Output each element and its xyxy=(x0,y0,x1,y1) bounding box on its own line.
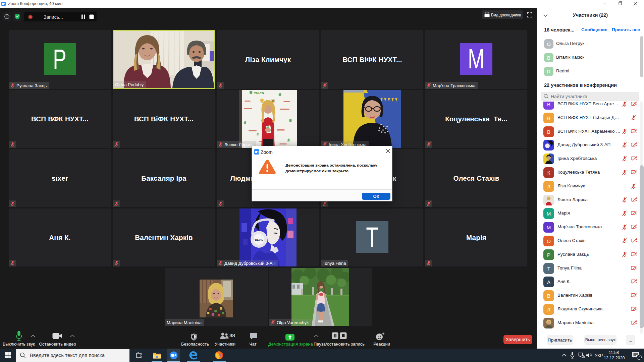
svg-text:VOLYN: VOLYN xyxy=(254,91,264,95)
svg-text:DEVIL: DEVIL xyxy=(255,238,263,241)
